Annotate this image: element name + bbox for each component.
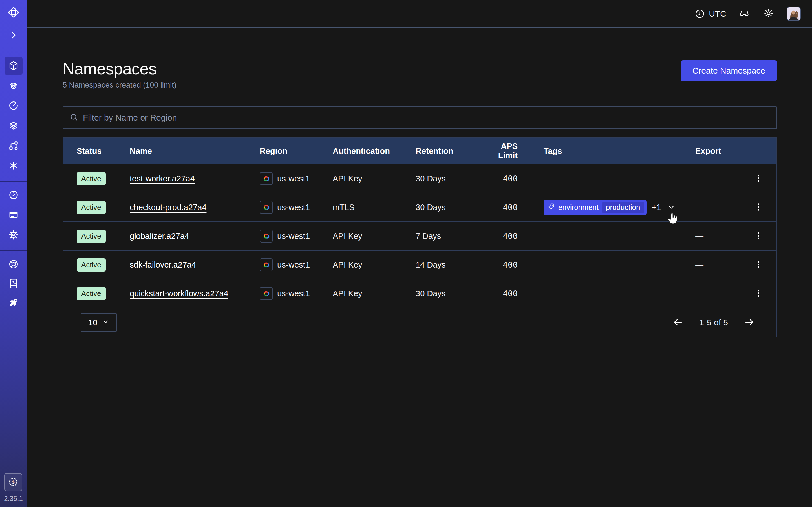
accessibility-glasses-button[interactable] <box>738 8 751 20</box>
billing-status-button[interactable]: $ <box>4 473 22 491</box>
timezone-selector[interactable]: UTC <box>695 9 726 19</box>
export-value: — <box>695 203 741 212</box>
temporal-logo-icon[interactable] <box>4 4 22 20</box>
tag-pill[interactable]: environment production <box>544 200 647 215</box>
book-icon <box>8 278 19 290</box>
column-header-name: Name <box>130 147 260 156</box>
gear-icon <box>8 230 19 241</box>
tag-icon <box>548 203 555 212</box>
tag-expand-button[interactable] <box>666 202 676 212</box>
auth-method: mTLS <box>333 203 416 212</box>
sidebar-item-settings[interactable] <box>4 226 22 244</box>
export-value: — <box>695 231 741 241</box>
column-header-tags: Tags <box>518 147 695 156</box>
google-cloud-icon <box>260 258 273 271</box>
arrow-right-icon <box>744 317 755 328</box>
arrow-left-icon <box>672 317 683 328</box>
row-menu-button[interactable] <box>752 287 765 300</box>
sidebar-item-support[interactable] <box>4 256 22 274</box>
table-row: Active checkout-prod.a27a4 us-west1 mTLS… <box>63 193 776 221</box>
sidebar-item-usage[interactable] <box>4 186 22 204</box>
rocket-icon <box>8 297 19 309</box>
asterisk-icon <box>8 160 19 172</box>
branch-icon <box>8 140 19 152</box>
retention-value: 30 Days <box>416 289 486 298</box>
svg-text:$: $ <box>12 479 15 485</box>
google-cloud-icon <box>260 172 273 185</box>
search-icon <box>69 113 79 123</box>
theme-toggle-button[interactable] <box>762 8 775 20</box>
region-label: us-west1 <box>277 174 310 183</box>
tag-group: environment production +1 <box>544 200 676 215</box>
namespace-link[interactable]: quickstart-workflows.a27a4 <box>130 289 229 298</box>
table-row: Active sdk-failover.a27a4 us-west1 API K… <box>63 250 776 279</box>
sidebar-item-billing[interactable] <box>4 206 22 224</box>
namespace-link[interactable]: globalizer.a27a4 <box>130 231 189 240</box>
kebab-icon <box>753 231 763 242</box>
chevron-down-icon <box>102 318 110 328</box>
namespace-link[interactable]: checkout-prod.a27a4 <box>130 203 206 212</box>
namespace-count-subtitle: 5 Namespaces created (100 limit) <box>63 81 176 90</box>
timer-icon <box>8 100 19 112</box>
next-page-button[interactable] <box>743 316 756 329</box>
chevron-right-icon <box>8 30 19 41</box>
google-cloud-icon <box>260 230 273 242</box>
card-icon <box>8 210 19 221</box>
topbar: UTC <box>27 0 812 28</box>
sidebar-item-schedules[interactable] <box>4 97 22 115</box>
export-value: — <box>695 174 741 183</box>
sidebar-item-insights[interactable] <box>4 77 22 95</box>
kebab-icon <box>753 202 763 213</box>
sidebar-item-docs[interactable] <box>4 275 22 293</box>
namespace-link[interactable]: sdk-failover.a27a4 <box>130 260 196 269</box>
filter-bar <box>63 107 777 129</box>
status-badge: Active <box>77 201 106 214</box>
sidebar-item-workflows[interactable] <box>4 137 22 155</box>
sidebar-item-getting-started[interactable] <box>4 294 22 312</box>
google-cloud-icon <box>260 201 273 214</box>
column-header-export: Export <box>695 147 741 156</box>
tag-more-count: +1 <box>652 203 661 212</box>
column-header-retention: Retention <box>416 147 486 156</box>
create-namespace-button[interactable]: Create Namespace <box>680 60 777 81</box>
sidebar-nav-account <box>4 186 22 244</box>
region-label: us-west1 <box>277 203 310 212</box>
status-badge: Active <box>77 230 106 243</box>
namespace-link[interactable]: test-worker.a27a4 <box>130 174 195 183</box>
row-menu-button[interactable] <box>752 172 765 185</box>
retention-value: 30 Days <box>416 174 486 183</box>
status-badge: Active <box>77 287 106 300</box>
sidebar-nav-main <box>4 57 22 175</box>
aps-limit-value: 400 <box>486 231 518 241</box>
sidebar-expand-button[interactable] <box>4 26 22 45</box>
aps-limit-value: 400 <box>486 289 518 298</box>
kebab-icon <box>753 173 763 184</box>
retention-value: 14 Days <box>416 260 486 270</box>
table-footer: 10 1-5 of 5 <box>63 307 776 337</box>
row-menu-button[interactable] <box>752 201 765 214</box>
sidebar-item-deployments[interactable] <box>4 117 22 135</box>
aps-limit-value: 400 <box>486 174 518 183</box>
user-avatar[interactable] <box>786 7 801 21</box>
main-content: Namespaces 5 Namespaces created (100 lim… <box>27 28 812 507</box>
tag-key: environment <box>558 203 599 212</box>
filter-input[interactable] <box>83 113 770 122</box>
pagination-range: 1-5 of 5 <box>699 318 728 327</box>
auth-method: API Key <box>333 289 416 298</box>
sidebar-item-namespaces[interactable] <box>4 57 22 75</box>
table-row: Active globalizer.a27a4 us-west1 API Key… <box>63 221 776 250</box>
sidebar-item-nexus[interactable] <box>4 157 22 175</box>
export-value: — <box>695 260 741 270</box>
kebab-icon <box>753 260 763 270</box>
auth-method: API Key <box>333 231 416 241</box>
column-header-authentication: Authentication <box>333 147 416 156</box>
row-menu-button[interactable] <box>752 230 765 242</box>
status-badge: Active <box>77 172 106 185</box>
timezone-label: UTC <box>709 9 726 18</box>
google-cloud-icon <box>260 287 273 300</box>
row-menu-button[interactable] <box>752 258 765 271</box>
column-header-aps-limit: APS Limit <box>486 142 518 160</box>
previous-page-button[interactable] <box>672 316 684 329</box>
page-size-select[interactable]: 10 <box>81 313 117 332</box>
dollar-badge-icon: $ <box>8 476 19 489</box>
